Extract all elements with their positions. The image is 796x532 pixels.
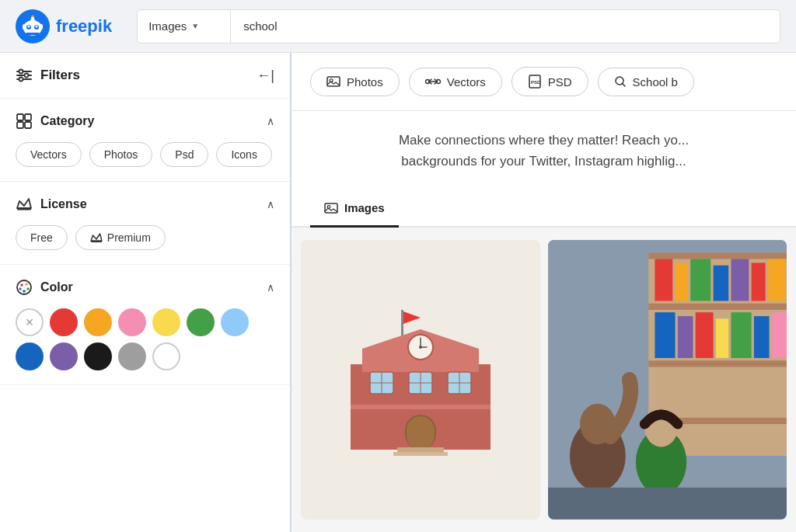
collapse-sidebar-button[interactable]: ←| (257, 68, 274, 84)
svg-rect-67 (648, 304, 787, 310)
color-swatch-purple[interactable] (50, 342, 78, 370)
freepik-logo-icon (16, 9, 50, 43)
license-chevron-icon: ∧ (267, 198, 274, 210)
category-section-header[interactable]: Category ∧ (16, 113, 274, 130)
svg-line-37 (622, 84, 625, 87)
color-swatch-light-blue[interactable] (221, 308, 249, 336)
license-section-header[interactable]: License ∧ (16, 196, 274, 213)
svg-rect-73 (713, 266, 728, 301)
color-swatch-black[interactable] (84, 342, 112, 370)
color-title-row: Color (16, 279, 73, 296)
logo-text: freepik (56, 16, 112, 37)
content-area: Photos Vectors PSD PSD (292, 53, 796, 532)
school-building-svg (319, 294, 522, 465)
svg-point-28 (23, 290, 26, 293)
category-icon (16, 113, 33, 130)
category-tag-vectors[interactable]: Vectors (16, 142, 82, 167)
filter-photos-label: Photos (347, 75, 383, 89)
filters-label: Filters (40, 68, 80, 83)
category-tag-psd[interactable]: Psd (160, 142, 208, 167)
sidebar: Filters ←| Category ∧ (0, 53, 292, 532)
svg-rect-68 (648, 361, 787, 367)
tab-images[interactable]: Images (310, 190, 399, 228)
search-input[interactable] (231, 10, 780, 43)
content-filter-bar: Photos Vectors PSD PSD (292, 53, 796, 111)
svg-rect-6 (26, 33, 40, 35)
classroom-photo (548, 240, 787, 520)
color-swatch-no-color[interactable] (16, 308, 44, 336)
color-section-header[interactable]: Color ∧ (16, 279, 274, 296)
svg-rect-21 (25, 122, 31, 128)
svg-rect-7 (23, 24, 26, 30)
color-swatch-gray[interactable] (118, 342, 146, 370)
svg-rect-18 (17, 114, 23, 120)
svg-rect-66 (648, 253, 787, 259)
svg-rect-8 (40, 24, 43, 30)
license-icon (16, 196, 33, 213)
svg-rect-81 (715, 319, 728, 359)
svg-rect-22 (17, 208, 31, 210)
tab-images-label: Images (344, 201, 385, 214)
filters-title-row: Filters (16, 67, 80, 84)
color-swatch-red[interactable] (50, 308, 78, 336)
search-type-dropdown[interactable]: Images ▼ (138, 10, 231, 43)
image-grid (292, 228, 796, 532)
svg-point-5 (36, 25, 38, 27)
svg-rect-70 (655, 259, 672, 301)
banner-text: Make connections where they matter! Reac… (323, 130, 765, 172)
svg-point-11 (32, 15, 34, 17)
search-type-label: Images (148, 19, 187, 33)
image-card-classroom[interactable] (548, 240, 787, 520)
category-tags: Vectors Photos Psd Icons (16, 142, 274, 167)
svg-rect-78 (655, 313, 675, 359)
svg-rect-74 (731, 259, 749, 301)
color-swatch-green[interactable] (187, 308, 215, 336)
image-card-school-building[interactable] (301, 240, 540, 520)
category-chevron-icon: ∧ (267, 115, 274, 127)
svg-rect-23 (91, 241, 102, 242)
svg-point-27 (26, 287, 30, 290)
svg-rect-83 (753, 316, 769, 358)
svg-rect-38 (325, 203, 337, 213)
color-icon (16, 279, 33, 296)
vectors-icon (425, 75, 441, 88)
category-tag-photos[interactable]: Photos (89, 142, 153, 167)
svg-rect-20 (17, 122, 23, 128)
svg-rect-82 (731, 313, 751, 359)
color-swatch-white[interactable] (152, 342, 180, 370)
filter-school-button[interactable]: School b (598, 68, 694, 96)
category-section: Category ∧ Vectors Photos Psd Icons (0, 99, 290, 182)
license-tags: Free Premium (16, 225, 274, 250)
license-title-row: License (16, 196, 87, 213)
category-title-row: Category (16, 113, 94, 130)
svg-rect-60 (407, 416, 435, 450)
filter-vectors-label: Vectors (447, 75, 486, 89)
color-swatch-yellow[interactable] (152, 308, 180, 336)
svg-rect-61 (397, 447, 444, 452)
color-chevron-icon: ∧ (267, 281, 274, 294)
filter-school-label: School b (633, 75, 678, 89)
color-swatch-blue[interactable] (16, 342, 44, 370)
filter-psd-button[interactable]: PSD PSD (511, 67, 588, 96)
search-filter-icon (614, 75, 627, 88)
filter-vectors-button[interactable]: Vectors (409, 68, 502, 96)
svg-point-29 (19, 287, 22, 290)
license-premium-button[interactable]: Premium (75, 225, 166, 250)
svg-rect-62 (393, 452, 448, 456)
filter-photos-button[interactable]: Photos (310, 68, 400, 96)
category-tag-icons[interactable]: Icons (216, 142, 271, 167)
main-layout: Filters ←| Category ∧ (0, 53, 796, 532)
color-swatches (16, 308, 274, 370)
svg-rect-80 (695, 313, 713, 359)
svg-rect-30 (327, 77, 340, 86)
license-free-button[interactable]: Free (16, 225, 68, 250)
color-section-title: Color (40, 280, 73, 294)
header: freepik Images ▼ (0, 0, 796, 53)
color-swatch-orange[interactable] (84, 308, 112, 336)
color-swatch-pink[interactable] (118, 308, 146, 336)
license-section: License ∧ Free Premium (0, 182, 290, 265)
svg-point-15 (19, 70, 23, 74)
psd-icon: PSD (528, 75, 542, 89)
filter-psd-label: PSD (548, 75, 572, 89)
banner-area: Make connections where they matter! Reac… (292, 111, 796, 190)
